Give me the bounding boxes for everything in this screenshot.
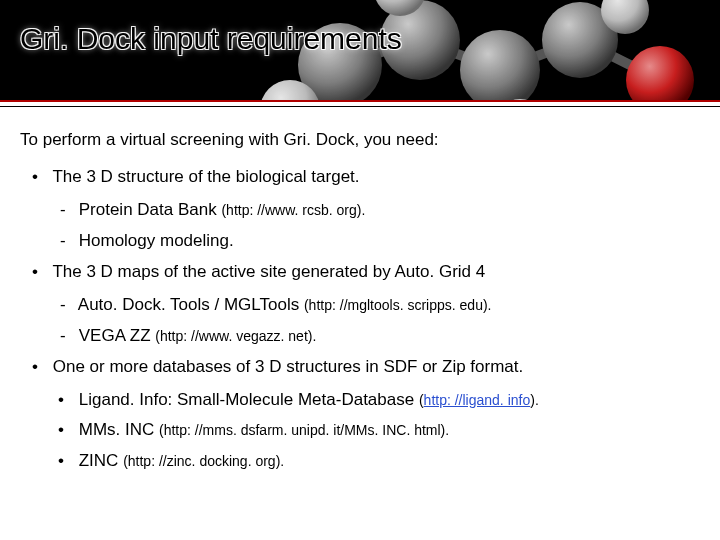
- slide-title: Gri. Dock input requirements: [20, 22, 402, 56]
- svg-line-3: [580, 40, 660, 80]
- bullet-text: One or more databases of 3 D structures …: [53, 357, 524, 376]
- bullet-text: The 3 D structure of the biological targ…: [52, 167, 359, 186]
- ligand-info-link[interactable]: http: //ligand. info: [424, 392, 531, 408]
- subbullet-vega: VEGA ZZ (http: //www. vegazz. net).: [60, 325, 700, 348]
- subbullet-url: (http: //zinc. docking. org).: [123, 453, 284, 469]
- subbullet-url: (http: //www. rcsb. org).: [221, 202, 365, 218]
- bullet-text: The 3 D maps of the active site generate…: [52, 262, 485, 281]
- subbullet-text: ZINC: [79, 451, 119, 470]
- svg-line-1: [420, 40, 500, 70]
- svg-point-11: [626, 46, 694, 100]
- title-banner: Gri. Dock input requirements: [0, 0, 720, 100]
- bullet-target: The 3 D structure of the biological targ…: [34, 166, 700, 189]
- subbullet-pdb: Protein Data Bank (http: //www. rcsb. or…: [60, 199, 700, 222]
- subbullet-text: VEGA ZZ: [79, 326, 151, 345]
- slide: Gri. Dock input requirements To perform …: [0, 0, 720, 540]
- bullet-maps: The 3 D maps of the active site generate…: [34, 261, 700, 284]
- subbullet-ligandinfo: Ligand. Info: Small-Molecule Meta-Databa…: [60, 389, 700, 412]
- svg-line-5: [500, 70, 520, 100]
- subbullet-url: (http: //mms. dsfarm. unipd. it/MMs. INC…: [159, 422, 449, 438]
- subbullet-url-wrap: (http: //ligand. info).: [419, 392, 539, 408]
- subbullet-zinc: ZINC (http: //zinc. docking. org).: [60, 450, 700, 473]
- subbullet-homology: Homology modeling.: [60, 230, 700, 253]
- subbullet-mmsinc: MMs. INC (http: //mms. dsfarm. unipd. it…: [60, 419, 700, 442]
- subbullet-text: Auto. Dock. Tools / MGLTools: [78, 295, 299, 314]
- subbullet-url: (http: //mgltools. scripps. edu).: [304, 297, 492, 313]
- slide-body: To perform a virtual screening with Gri.…: [0, 107, 720, 473]
- intro-text: To perform a virtual screening with Gri.…: [20, 129, 700, 152]
- subbullet-url: (http: //www. vegazz. net).: [155, 328, 316, 344]
- subbullet-text: Protein Data Bank: [79, 200, 217, 219]
- svg-line-6: [290, 65, 340, 100]
- svg-line-4: [400, 0, 420, 40]
- subbullet-text: Homology modeling.: [79, 231, 234, 250]
- bullet-databases: One or more databases of 3 D structures …: [34, 356, 700, 379]
- subbullet-text: MMs. INC: [79, 420, 155, 439]
- svg-point-15: [601, 0, 649, 34]
- svg-point-10: [542, 2, 618, 78]
- paren-close: ).: [530, 392, 539, 408]
- subbullet-adt: Auto. Dock. Tools / MGLTools (http: //mg…: [60, 294, 700, 317]
- svg-point-13: [494, 99, 546, 100]
- subbullet-text: Ligand. Info: Small-Molecule Meta-Databa…: [79, 390, 414, 409]
- svg-point-9: [460, 30, 540, 100]
- svg-line-2: [500, 40, 580, 70]
- svg-point-12: [374, 0, 426, 16]
- svg-point-14: [260, 80, 320, 100]
- divider-red: [0, 100, 720, 102]
